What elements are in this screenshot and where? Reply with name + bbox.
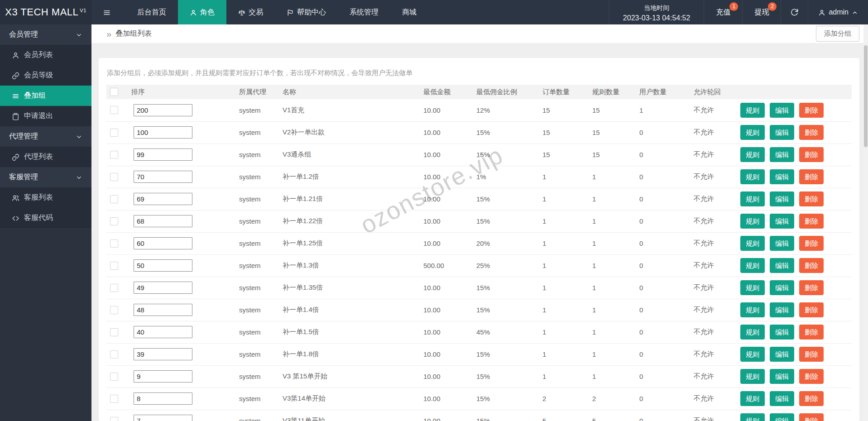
row-checkbox[interactable] — [110, 151, 118, 159]
sort-input[interactable] — [134, 148, 192, 161]
edit-button[interactable]: 编辑 — [770, 302, 794, 317]
edit-button[interactable]: 编辑 — [770, 214, 794, 229]
delete-button[interactable]: 删除 — [799, 214, 824, 229]
topbar-action-1[interactable]: 提现2 — [742, 0, 781, 24]
scrollbar-thumb[interactable] — [864, 45, 868, 147]
vertical-scrollbar[interactable] — [863, 24, 868, 421]
edit-button[interactable]: 编辑 — [770, 147, 794, 162]
refresh-button[interactable] — [781, 0, 808, 24]
row-checkbox[interactable] — [110, 350, 118, 359]
row-checkbox[interactable] — [110, 373, 118, 381]
sort-input[interactable] — [134, 259, 192, 272]
row-checkbox[interactable] — [110, 217, 118, 225]
sort-input[interactable] — [134, 126, 192, 139]
sidebar-group-7[interactable]: 客服管理 — [0, 167, 91, 187]
rule-button[interactable]: 规则 — [740, 302, 765, 317]
rule-button[interactable]: 规则 — [740, 280, 765, 295]
rule-button[interactable]: 规则 — [740, 125, 765, 140]
sidebar-item-2[interactable]: 会员等级 — [0, 65, 91, 86]
delete-button[interactable]: 删除 — [799, 413, 824, 421]
edit-button[interactable]: 编辑 — [770, 258, 794, 273]
delete-button[interactable]: 删除 — [799, 103, 824, 118]
row-checkbox[interactable] — [110, 106, 118, 114]
row-checkbox[interactable] — [110, 173, 118, 181]
rule-button[interactable]: 规则 — [740, 191, 765, 206]
row-checkbox[interactable] — [110, 195, 118, 203]
sort-input[interactable] — [134, 326, 192, 338]
sort-input[interactable] — [134, 171, 192, 183]
delete-button[interactable]: 删除 — [799, 169, 824, 184]
delete-button[interactable]: 删除 — [799, 391, 824, 406]
rule-button[interactable]: 规则 — [740, 258, 765, 273]
row-checkbox[interactable] — [110, 306, 118, 314]
rule-button[interactable]: 规则 — [740, 413, 765, 421]
edit-button[interactable]: 编辑 — [770, 369, 794, 384]
rule-button[interactable]: 规则 — [740, 103, 765, 118]
delete-button[interactable]: 删除 — [799, 191, 824, 206]
edit-button[interactable]: 编辑 — [770, 169, 794, 184]
sort-input[interactable] — [134, 215, 192, 227]
sort-input[interactable] — [134, 104, 192, 116]
sort-input[interactable] — [134, 193, 192, 205]
nav-item-2[interactable]: 交易 — [226, 0, 275, 24]
edit-button[interactable]: 编辑 — [770, 280, 794, 295]
nav-item-1[interactable]: 角色 — [178, 0, 226, 24]
delete-button[interactable]: 删除 — [799, 280, 824, 295]
row-checkbox[interactable] — [110, 262, 118, 270]
delete-button[interactable]: 删除 — [799, 369, 824, 384]
rule-button[interactable]: 规则 — [740, 236, 765, 251]
edit-button[interactable]: 编辑 — [770, 103, 794, 118]
sidebar-item-6[interactable]: 代理列表 — [0, 147, 91, 167]
nav-item-0[interactable]: 后台首页 — [125, 0, 178, 24]
delete-button[interactable]: 删除 — [799, 325, 824, 340]
sidebar-item-9[interactable]: 客服代码 — [0, 208, 91, 228]
nav-item-5[interactable]: 商城 — [390, 0, 428, 24]
sort-input[interactable] — [134, 304, 192, 316]
sort-input[interactable] — [134, 348, 192, 360]
rule-button[interactable]: 规则 — [740, 147, 765, 162]
add-group-button[interactable]: 添加分组 — [816, 26, 859, 42]
edit-button[interactable]: 编辑 — [770, 391, 794, 406]
sort-input[interactable] — [134, 370, 192, 383]
sidebar-group-0[interactable]: 会员管理 — [0, 24, 91, 45]
delete-button[interactable]: 删除 — [799, 347, 824, 362]
topbar-action-0[interactable]: 充值1 — [704, 0, 742, 24]
delete-button[interactable]: 删除 — [799, 236, 824, 251]
rule-button[interactable]: 规则 — [740, 391, 765, 406]
edit-button[interactable]: 编辑 — [770, 347, 794, 362]
row-checkbox[interactable] — [110, 417, 118, 421]
edit-button[interactable]: 编辑 — [770, 236, 794, 251]
rule-button[interactable]: 规则 — [740, 214, 765, 229]
sort-input[interactable] — [134, 392, 192, 405]
rule-button[interactable]: 规则 — [740, 369, 765, 384]
sidebar-item-3[interactable]: 叠加组 — [0, 86, 91, 106]
delete-button[interactable]: 删除 — [799, 125, 824, 140]
row-checkbox[interactable] — [110, 328, 118, 336]
select-all-checkbox[interactable] — [110, 88, 118, 96]
sort-input[interactable] — [134, 237, 192, 249]
delete-button[interactable]: 删除 — [799, 302, 824, 317]
edit-button[interactable]: 编辑 — [770, 191, 794, 206]
sort-input[interactable] — [134, 415, 192, 421]
row-checkbox[interactable] — [110, 129, 118, 137]
sidebar-toggle-button[interactable] — [91, 0, 125, 24]
sidebar-item-8[interactable]: 客服列表 — [0, 187, 91, 208]
rule-button[interactable]: 规则 — [740, 325, 765, 340]
rule-button[interactable]: 规则 — [740, 347, 765, 362]
sidebar-item-1[interactable]: 会员列表 — [0, 45, 91, 65]
edit-button[interactable]: 编辑 — [770, 325, 794, 340]
row-checkbox[interactable] — [110, 284, 118, 292]
row-checkbox[interactable] — [110, 395, 118, 403]
edit-button[interactable]: 编辑 — [770, 413, 794, 421]
nav-item-3[interactable]: 帮助中心 — [275, 0, 338, 24]
rule-button[interactable]: 规则 — [740, 169, 765, 184]
nav-item-4[interactable]: 系统管理 — [338, 0, 390, 24]
edit-button[interactable]: 编辑 — [770, 125, 794, 140]
row-checkbox[interactable] — [110, 239, 118, 248]
sort-input[interactable] — [134, 282, 192, 294]
delete-button[interactable]: 删除 — [799, 258, 824, 273]
sidebar-item-4[interactable]: 申请退出 — [0, 106, 91, 126]
sidebar-group-5[interactable]: 代理管理 — [0, 126, 91, 147]
user-menu[interactable]: admin — [808, 0, 868, 24]
delete-button[interactable]: 删除 — [799, 147, 824, 162]
